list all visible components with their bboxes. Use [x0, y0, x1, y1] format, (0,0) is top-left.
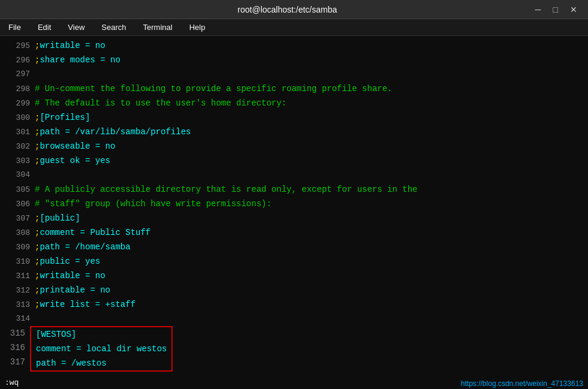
- title-bar: root@localhost:/etc/samba ─ □ ✕: [0, 0, 588, 19]
- line-298: 298 # Un-comment the following to provid…: [0, 82, 588, 96]
- menu-help[interactable]: Help: [186, 22, 209, 33]
- line-310: 310 ; public = yes: [0, 254, 588, 269]
- line-313: 313 ; write list = +staff: [0, 297, 588, 312]
- line-317-content: path = /westos: [36, 356, 167, 370]
- line-295: 295 ; writable = no: [0, 38, 588, 53]
- maximize-button[interactable]: □: [550, 4, 562, 16]
- menu-view[interactable]: View: [64, 22, 88, 33]
- line-311: 311 ; writable = no: [0, 269, 588, 283]
- line-312: 312 ; printable = no: [0, 283, 588, 297]
- line-304: 304: [0, 168, 588, 182]
- line-297: 297: [0, 67, 588, 82]
- line-299: 299 # The default is to use the user's h…: [0, 96, 588, 110]
- close-button[interactable]: ✕: [566, 4, 581, 16]
- line-314: 314: [0, 312, 588, 326]
- bottom-bar: :wq https://blog.csdn.net/weixin_4713361…: [0, 376, 588, 389]
- line-num-316: 316: [0, 340, 30, 355]
- url-display: https://blog.csdn.net/weixin_47133613: [461, 379, 583, 388]
- line-316-content: comment = local dir westos: [36, 342, 167, 356]
- menu-terminal[interactable]: Terminal: [140, 22, 176, 33]
- highlighted-block: 315 316 317 [WESTOS] comment = local dir…: [0, 326, 588, 372]
- menu-search[interactable]: Search: [98, 22, 129, 33]
- line-315-content: [WESTOS]: [36, 327, 167, 342]
- line-307: 307 ; [public]: [0, 211, 588, 225]
- line-309: 309 ; path = /home/samba: [0, 240, 588, 254]
- line-308: 308 ; comment = Public Stuff: [0, 225, 588, 240]
- menu-file[interactable]: File: [5, 22, 25, 33]
- menu-bar: File Edit View Search Terminal Help: [0, 19, 588, 36]
- line-302: 302 ; browseable = no: [0, 139, 588, 153]
- window-title: root@localhost:/etc/samba: [43, 5, 532, 14]
- minimize-button[interactable]: ─: [532, 4, 545, 16]
- line-306: 306 # "staff" group (which have write pe…: [0, 197, 588, 211]
- line-305: 305 # A publicly accessible directory th…: [0, 182, 588, 197]
- vim-status: :wq: [5, 378, 19, 387]
- line-303: 303 ; guest ok = yes: [0, 153, 588, 168]
- menu-edit[interactable]: Edit: [34, 22, 55, 33]
- line-num-317: 317: [0, 355, 30, 369]
- line-296: 296 ; share modes = no: [0, 53, 588, 67]
- line-300: 300 ; [Profiles]: [0, 110, 588, 125]
- line-num-315: 315: [0, 326, 30, 340]
- terminal-body[interactable]: 295 ; writable = no 296 ; share modes = …: [0, 36, 588, 389]
- line-301: 301 ; path = /var/lib/samba/profiles: [0, 125, 588, 139]
